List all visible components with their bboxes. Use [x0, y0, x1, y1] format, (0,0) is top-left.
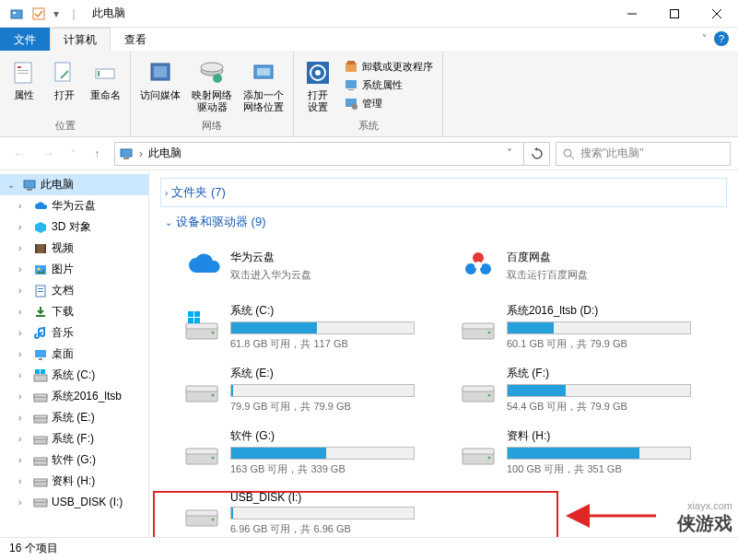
- close-button[interactable]: [696, 0, 738, 28]
- main-area: ⌄ 此电脑 ›华为云盘›3D 对象›视频›图片›文档›下载›音乐›桌面›系统 (…: [0, 170, 738, 537]
- ribbon-group-network: 访问媒体 映射网络 驱动器 添加一个 网络位置 网络: [131, 51, 294, 136]
- disk-drive[interactable]: 系统 (E:)79.9 GB 可用，共 79.9 GB: [179, 362, 437, 417]
- tree-root-thispc[interactable]: ⌄ 此电脑: [0, 174, 148, 195]
- cube-icon: [33, 220, 48, 235]
- svg-rect-70: [194, 311, 200, 317]
- drive-free: 61.8 GB 可用，共 117 GB: [230, 337, 433, 351]
- refresh-button[interactable]: [524, 142, 550, 166]
- svg-line-33: [570, 156, 574, 159]
- tree-item[interactable]: ›系统 (E:): [0, 407, 148, 428]
- drive-free: 54.4 GB 可用，共 79.9 GB: [507, 400, 709, 414]
- system-properties-button[interactable]: 系统属性: [340, 76, 437, 93]
- tree-item[interactable]: ›桌面: [0, 344, 148, 365]
- svg-rect-25: [347, 61, 355, 64]
- disk-icon: [33, 390, 48, 404]
- history-dropdown[interactable]: ˅: [66, 142, 79, 166]
- qat-checkbox-icon[interactable]: [28, 4, 50, 24]
- disk-icon: [33, 453, 48, 468]
- tab-file[interactable]: 文件: [0, 28, 50, 51]
- add-network-button[interactable]: 添加一个 网络位置: [240, 56, 287, 115]
- address-dropdown-icon[interactable]: ˅: [499, 147, 520, 160]
- item-count: 16 个项目: [9, 541, 58, 556]
- disk-drive[interactable]: 系统2016_ltsb (D:)60.1 GB 可用，共 79.9 GB: [455, 299, 713, 355]
- properties-button[interactable]: 属性: [6, 56, 42, 103]
- disk-icon: [33, 495, 48, 509]
- content-area[interactable]: › 文件夹 (7) ⌄ 设备和驱动器 (9) 华为云盘双击进入华为云盘百度网盘双…: [149, 170, 738, 537]
- tree-item-label: 下载: [52, 304, 74, 320]
- tree-item[interactable]: ›软件 (G:): [0, 449, 148, 471]
- ribbon-group-system: 打开 设置 卸载或更改程序 系统属性 管理 系统: [294, 51, 443, 136]
- open-button[interactable]: 打开: [46, 56, 83, 103]
- tree-item[interactable]: ›图片: [0, 259, 148, 280]
- drive-progress: [230, 507, 415, 519]
- section-folders[interactable]: › 文件夹 (7): [160, 178, 727, 207]
- collapse-ribbon-icon[interactable]: ˅: [702, 33, 707, 43]
- cloud-drive[interactable]: 华为云盘双击进入华为云盘: [179, 242, 437, 288]
- tree-item[interactable]: ›资料 (H:): [0, 471, 148, 492]
- tree-item[interactable]: ›音乐: [0, 322, 148, 344]
- svg-point-87: [488, 457, 491, 460]
- access-media-button[interactable]: 访问媒体: [136, 56, 184, 103]
- download-icon: [33, 305, 48, 320]
- svg-rect-59: [34, 479, 47, 482]
- huawei-icon: [182, 246, 221, 285]
- open-settings-button[interactable]: 打开 设置: [299, 56, 336, 115]
- forward-button[interactable]: →: [37, 142, 61, 166]
- svg-rect-8: [18, 66, 21, 68]
- video-icon: [33, 241, 48, 256]
- svg-rect-9: [18, 70, 29, 71]
- svg-rect-55: [34, 437, 47, 439]
- disk-drive[interactable]: 系统 (C:)61.8 GB 可用，共 117 GB: [179, 299, 437, 355]
- svg-rect-20: [257, 68, 270, 76]
- svg-rect-35: [27, 189, 32, 191]
- tree-item[interactable]: ›USB_DISK (I:): [0, 492, 148, 512]
- ribbon-group-location: 属性 打开 重命名 位置: [0, 51, 131, 136]
- svg-rect-61: [34, 499, 47, 502]
- cloud-drive[interactable]: 百度网盘双击运行百度网盘: [455, 242, 713, 288]
- up-button[interactable]: ↑: [85, 142, 109, 166]
- tab-view[interactable]: 查看: [111, 28, 160, 51]
- qat-dropdown-icon[interactable]: ▾: [50, 4, 63, 24]
- drive-name: 系统 (C:): [230, 303, 433, 319]
- tree-item[interactable]: ›3D 对象: [0, 216, 148, 238]
- address-location: 此电脑: [148, 146, 182, 161]
- tree-item[interactable]: ›下载: [0, 301, 148, 322]
- tab-computer[interactable]: 计算机: [50, 28, 111, 51]
- tree-item[interactable]: ›系统 (C:): [0, 365, 148, 386]
- address-input[interactable]: › 此电脑 ˅: [114, 142, 524, 166]
- disk-drive[interactable]: 软件 (G:)163 GB 可用，共 339 GB: [179, 425, 437, 480]
- tree-item-label: 文档: [52, 283, 74, 298]
- back-button[interactable]: ←: [7, 142, 31, 166]
- tree-item[interactable]: ›文档: [0, 280, 148, 301]
- drive-progress: [230, 447, 415, 460]
- rename-button[interactable]: 重命名: [87, 56, 124, 103]
- map-drive-button[interactable]: 映射网络 驱动器: [188, 56, 236, 115]
- disk-drive[interactable]: 资料 (H:)100 GB 可用，共 351 GB: [455, 425, 713, 480]
- sidebar[interactable]: ⌄ 此电脑 ›华为云盘›3D 对象›视频›图片›文档›下载›音乐›桌面›系统 (…: [0, 170, 149, 537]
- help-icon[interactable]: ?: [714, 31, 729, 46]
- disk-icon: [33, 411, 48, 426]
- app-icon[interactable]: [6, 4, 28, 24]
- disk-drive[interactable]: 系统 (F:)54.4 GB 可用，共 79.9 GB: [455, 362, 713, 417]
- svg-rect-42: [38, 288, 43, 289]
- computer-icon: [119, 146, 134, 161]
- search-input[interactable]: 搜索"此电脑": [556, 142, 731, 166]
- drive-progress: [507, 447, 691, 460]
- disk-drive[interactable]: USB_DISK (I:)6.96 GB 可用，共 6.96 GB: [179, 487, 437, 537]
- maximize-button[interactable]: [653, 0, 696, 28]
- drive-name: 系统 (F:): [507, 366, 709, 381]
- minimize-button[interactable]: [611, 0, 653, 28]
- tree-item[interactable]: ›系统 (F:): [0, 428, 148, 449]
- svg-rect-13: [98, 71, 100, 76]
- drive-progress: [230, 321, 415, 334]
- svg-rect-10: [18, 73, 29, 74]
- drive-name: 软件 (G:): [230, 428, 433, 444]
- section-drives[interactable]: ⌄ 设备和驱动器 (9): [160, 207, 727, 237]
- tree-item[interactable]: ›华为云盘: [0, 195, 148, 216]
- manage-button[interactable]: 管理: [340, 95, 437, 111]
- svg-rect-51: [34, 394, 47, 397]
- tree-item[interactable]: ›系统2016_ltsb: [0, 386, 148, 407]
- svg-rect-46: [39, 358, 42, 360]
- uninstall-button[interactable]: 卸载或更改程序: [340, 58, 437, 75]
- tree-item[interactable]: ›视频: [0, 238, 148, 259]
